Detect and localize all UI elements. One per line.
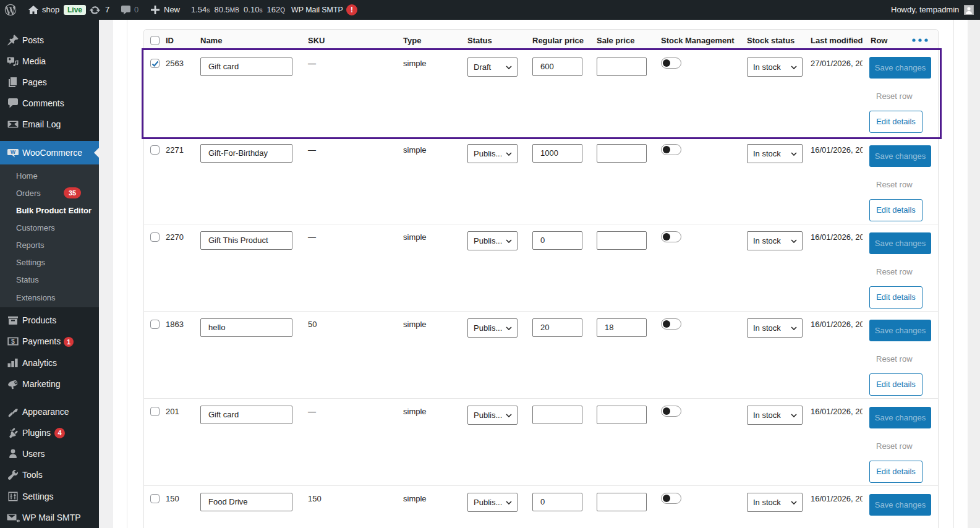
svg-text:$: $ <box>11 338 15 345</box>
svg-text:W: W <box>11 149 16 155</box>
